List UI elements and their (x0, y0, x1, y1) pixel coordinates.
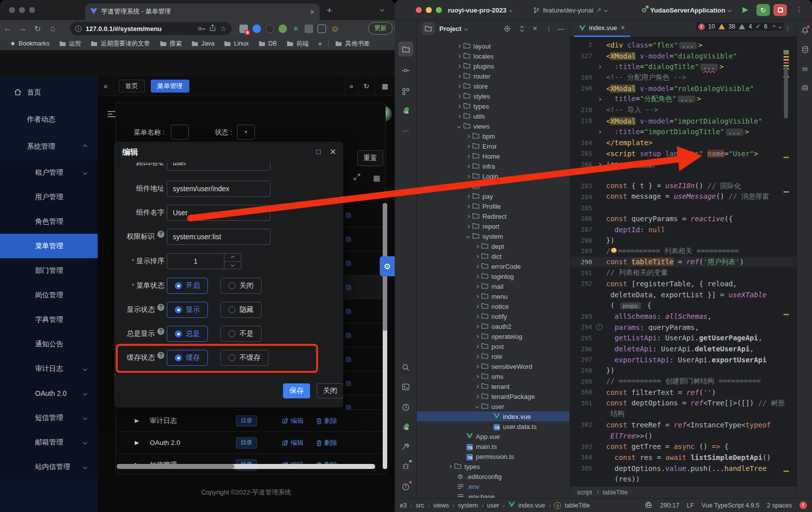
bookmark-folder-2[interactable]: 搜索 (157, 40, 185, 48)
tool-project-icon[interactable] (398, 42, 413, 57)
site-info-icon[interactable]: i (75, 26, 82, 32)
code-line-285[interactable]: 285 (570, 202, 796, 213)
tree-chevron-icon[interactable] (457, 54, 461, 58)
code-line-264[interactable]: 264</template> (570, 137, 796, 148)
forward-icon[interactable]: → (15, 24, 30, 33)
tree-chevron-icon[interactable] (475, 374, 479, 378)
bookmarks-root-item[interactable]: ★Bookmarks (7, 40, 53, 47)
sidebar-item-租户管理[interactable]: 租户管理 (0, 160, 98, 185)
tree-chevron-icon[interactable] (475, 394, 479, 398)
tree-item-report[interactable]: report (417, 221, 570, 231)
tree-item-main.ts[interactable]: TSmain.ts (417, 441, 570, 451)
tree-chevron-icon[interactable] (475, 294, 479, 298)
reload-icon[interactable]: ↻ (30, 24, 45, 34)
code-line-297[interactable]: 297 exportListApi: UserApi.exportUserApi (570, 354, 796, 365)
row-edit-button[interactable]: 编辑 (282, 416, 304, 425)
input-组件地址[interactable]: system/user/index (167, 181, 270, 197)
browser-menu-icon[interactable]: ⋮ (391, 24, 395, 32)
ide-close-button[interactable] (416, 7, 422, 13)
sidebar-item-角色管理[interactable]: 角色管理 (0, 209, 98, 234)
tree-chevron-icon[interactable] (457, 104, 461, 108)
tree-item-styles[interactable]: styles (417, 91, 570, 101)
tree-item-layout[interactable]: layout (417, 41, 570, 51)
tree-chevron-icon[interactable] (475, 284, 479, 288)
code-line-290[interactable]: 290const tableTitle = ref('用户列表') (570, 257, 796, 268)
help-icon[interactable]: ? (157, 304, 164, 311)
bookmark-folder-0[interactable]: 运营 (56, 40, 85, 48)
sidebar-item-部门管理[interactable]: 部门管理 (0, 258, 98, 283)
code-line[interactable]: ( props: { (570, 300, 796, 311)
folded-region[interactable]: ... (678, 96, 695, 103)
code-line-219[interactable]: 219<XModal v-model="importDialogVisible" (570, 116, 796, 127)
tab-search-icon[interactable] (380, 8, 384, 12)
path-segment[interactable]: system (458, 502, 478, 509)
other-bookmarks[interactable]: 其他书签 (332, 40, 373, 48)
dialog-maximize-icon[interactable]: □ (316, 147, 321, 156)
code-line-295[interactable]: 295 getListApi: UserApi.getUserPageApi, (570, 333, 796, 344)
sidebar-item-通知公告[interactable]: 通知公告 (0, 332, 98, 356)
tree-chevron-icon[interactable] (457, 114, 461, 118)
tool-jrebel-icon[interactable]: JR (398, 103, 413, 118)
tree-chevron-icon[interactable] (448, 464, 452, 468)
run-configuration-widget[interactable]: ⚙ YudaoServerApplication (641, 0, 731, 20)
code-line-294[interactable]: 294↑ params: queryParams, (570, 322, 796, 333)
sidebar-item-菜单管理[interactable]: 菜单管理 (0, 234, 98, 258)
code-line-300[interactable]: 300const filterText = ref('') (570, 387, 796, 398)
hide-panel-icon[interactable]: — (558, 25, 564, 33)
tool-commit-icon[interactable] (398, 63, 413, 78)
radio-显示[interactable]: 显示 (167, 302, 208, 318)
password-key-icon[interactable] (198, 24, 205, 33)
browser-tab[interactable]: 芋道管理系统 - 菜单管理 ✕ (85, 4, 320, 20)
intention-bulb-icon[interactable] (611, 248, 617, 253)
inspections-widget[interactable]: !10 38 4 ✓6 (696, 23, 783, 31)
tree-item-store[interactable]: store (417, 81, 570, 91)
tree-chevron-icon[interactable] (475, 304, 479, 308)
code-line-218[interactable]: 218<!-- 导入 --> (570, 105, 796, 116)
breadcrumb-tabletitle[interactable]: tableTitle (603, 489, 628, 496)
tags-refresh-icon[interactable]: ↻ (358, 76, 375, 96)
ide-zoom-button[interactable] (436, 7, 442, 13)
tree-item-operatelog[interactable]: operatelog (417, 331, 570, 341)
number-stepper[interactable] (224, 253, 241, 269)
file-type[interactable]: Vue TypeScript 4.9.5 (702, 502, 759, 509)
tree-chevron-icon[interactable] (475, 274, 479, 278)
code-line-265[interactable]: 265<script setup lang="ts" name="User"> (570, 148, 796, 159)
tree-chevron-icon[interactable] (466, 184, 470, 188)
new-tab-button[interactable]: + (327, 5, 332, 16)
tree-item-tenant[interactable]: tenant (417, 381, 570, 391)
tree-item-types[interactable]: types (417, 461, 570, 471)
code-line-287[interactable]: 287 deptId: null (570, 224, 796, 235)
radio-隐藏[interactable]: 隐藏 (220, 302, 261, 318)
code-line-301[interactable]: 301const deptOptions = ref<Tree[]>([]) /… (570, 398, 796, 409)
path-segment[interactable]: index.vue (518, 502, 546, 509)
tool-notifications-icon[interactable] (800, 26, 809, 35)
code-line[interactable]: :title="importDialogTitle"...> (570, 127, 796, 138)
extension-square-icon[interactable] (318, 25, 326, 33)
sidebar-item-短信管理[interactable]: 短信管理 (0, 405, 98, 430)
folded-region[interactable]: ... (700, 64, 718, 71)
tree-chevron-icon[interactable] (475, 314, 479, 318)
stepper-up-icon[interactable] (224, 254, 241, 262)
code-line-298[interactable]: 298}) (570, 365, 796, 376)
bookmarks-overflow-icon[interactable]: » (315, 40, 325, 47)
tree-item-notify[interactable]: notify (417, 311, 570, 321)
help-icon[interactable]: ? (157, 231, 164, 238)
status-navigation-path[interactable]: e3›src›views›system›user›index.vue›vtabl… (395, 501, 644, 509)
tree-item-user.data.ts[interactable]: TSuser.data.ts (417, 421, 570, 431)
tree-chevron-icon[interactable] (466, 164, 470, 168)
input-组件名字[interactable]: User (167, 205, 270, 221)
collapse-all-icon[interactable]: ✕ (532, 25, 537, 32)
tree-item-plugins[interactable]: plugins (417, 61, 570, 71)
bookmark-folder-4[interactable]: Linux (221, 40, 251, 47)
tree-item-user[interactable]: user (417, 401, 570, 411)
row-delete-button[interactable]: 删除 (316, 416, 337, 425)
tree-chevron-icon[interactable] (475, 344, 479, 348)
extension-puzzle-icon[interactable] (305, 25, 313, 33)
input-权限标识[interactable]: system:user:list (167, 229, 270, 245)
reset-button[interactable]: 重置 (357, 150, 383, 166)
tool-terminal-icon[interactable] (398, 379, 413, 394)
tree-item-tenantPackage[interactable]: tenantPackage (417, 391, 570, 401)
tree-item-permission.ts[interactable]: TSpermission.ts (417, 451, 570, 461)
table-horizontal-scrollbar-thumb[interactable] (117, 464, 234, 469)
code-line[interactable]: (res)) (570, 474, 796, 485)
